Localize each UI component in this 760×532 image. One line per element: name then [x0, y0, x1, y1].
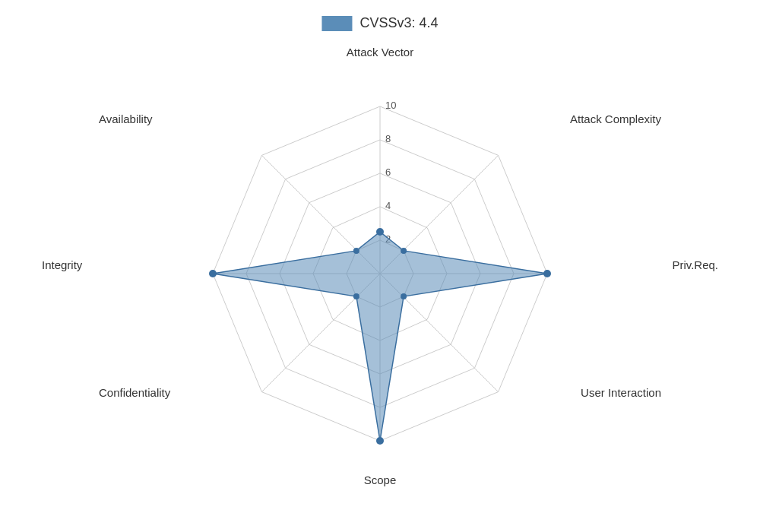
scale-8: 8: [385, 133, 391, 144]
dot-confidentiality: [353, 293, 359, 299]
dot-scope: [376, 437, 384, 445]
chart-container: CVSSv3: 4.4 .grid-line { fill: none; str…: [0, 0, 760, 532]
label-confidentiality: Confidentiality: [99, 386, 170, 399]
label-priv-req: Priv.Req.: [672, 258, 718, 271]
label-integrity: Integrity: [42, 258, 82, 271]
label-user-interaction: User Interaction: [581, 386, 661, 399]
label-attack-vector: Attack Vector: [347, 46, 413, 59]
label-scope: Scope: [364, 473, 397, 486]
dot-integrity: [209, 270, 217, 277]
scale-4: 4: [385, 200, 391, 211]
dot-attack-complexity: [401, 248, 407, 254]
radar-svg: .grid-line { fill: none; stroke: #ccc; s…: [0, 0, 760, 532]
data-polygon: [213, 232, 547, 441]
label-attack-complexity: Attack Complexity: [570, 112, 661, 125]
dot-priv-req: [543, 270, 551, 277]
scale-10: 10: [385, 100, 396, 111]
dot-attack-vector: [376, 228, 384, 236]
dot-availability: [353, 248, 359, 254]
label-availability: Availability: [99, 112, 153, 125]
dot-user-interaction: [401, 293, 407, 299]
scale-6: 6: [385, 166, 391, 178]
